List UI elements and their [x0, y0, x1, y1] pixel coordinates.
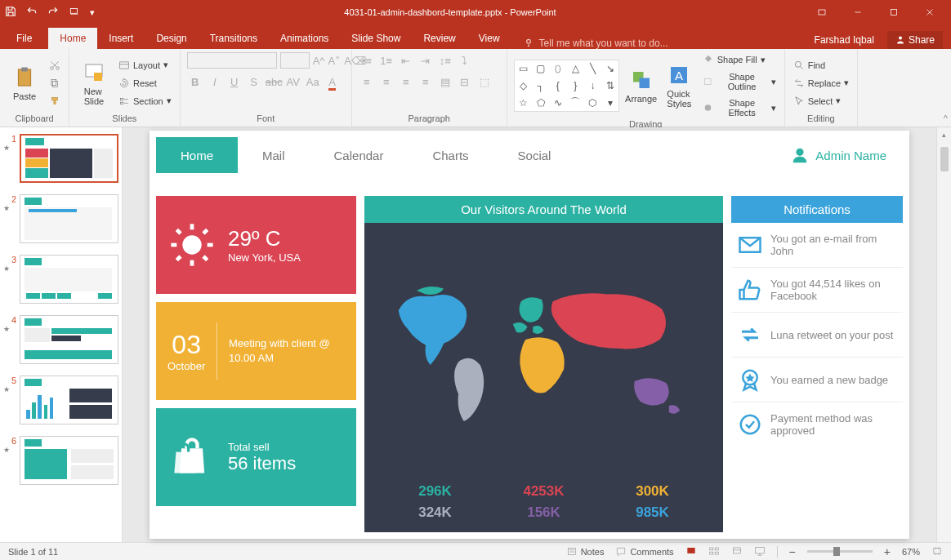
- thumbnail-3[interactable]: 3★: [0, 253, 122, 313]
- save-icon[interactable]: [5, 6, 16, 19]
- badge-icon: [738, 367, 762, 392]
- tab-view[interactable]: View: [467, 28, 511, 49]
- tab-animations[interactable]: Animations: [269, 28, 340, 49]
- decrease-indent-button[interactable]: ⇤: [398, 52, 414, 69]
- check-circle-icon: [738, 412, 762, 437]
- tab-review[interactable]: Review: [412, 28, 467, 49]
- slide-counter[interactable]: Slide 1 of 11: [8, 547, 58, 557]
- close-button[interactable]: [913, 2, 946, 22]
- zoom-level[interactable]: 67%: [902, 547, 920, 557]
- slide-editor[interactable]: Home Mail Calendar Charts Social Admin N…: [123, 127, 936, 542]
- reset-button[interactable]: Reset: [117, 76, 173, 91]
- numbering-button[interactable]: 1≡: [378, 52, 395, 69]
- layout-button[interactable]: Layout ▾: [117, 58, 173, 73]
- smartart-button[interactable]: ⬚: [476, 73, 493, 90]
- shadow-button[interactable]: S: [246, 73, 262, 90]
- character-spacing-button[interactable]: AV: [285, 73, 301, 90]
- increase-font-button[interactable]: A^: [313, 52, 325, 69]
- svg-rect-14: [52, 97, 58, 100]
- tab-home[interactable]: Home: [48, 28, 97, 49]
- svg-rect-3: [891, 10, 897, 16]
- thumbnail-5[interactable]: 5★: [0, 374, 122, 434]
- font-color-button[interactable]: A: [324, 73, 341, 90]
- redo-icon[interactable]: [47, 6, 59, 19]
- zoom-in-button[interactable]: +: [884, 545, 891, 558]
- tell-me-input[interactable]: Tell me what you want to do...: [523, 38, 668, 49]
- slide-sorter-button[interactable]: [708, 545, 720, 558]
- thumbnail-1[interactable]: 1★: [0, 132, 122, 193]
- svg-point-6: [526, 39, 530, 43]
- find-button[interactable]: Find: [792, 58, 851, 73]
- tab-file[interactable]: File: [0, 28, 48, 49]
- copy-button[interactable]: [47, 76, 62, 91]
- underline-button[interactable]: U: [226, 73, 243, 90]
- quick-styles-button[interactable]: A Quick Styles: [663, 63, 696, 109]
- bullets-button[interactable]: •≡: [359, 52, 375, 69]
- paste-button[interactable]: Paste: [7, 65, 42, 101]
- dash-tab-home[interactable]: Home: [156, 137, 238, 173]
- strikethrough-button[interactable]: abc: [266, 73, 282, 90]
- italic-button[interactable]: I: [207, 73, 223, 90]
- dash-tab-mail[interactable]: Mail: [238, 137, 310, 173]
- visitors-panel: Our Visitors Around The World: [364, 196, 723, 532]
- change-case-button[interactable]: Aa: [305, 73, 321, 90]
- font-size-select[interactable]: [280, 52, 310, 69]
- undo-icon[interactable]: [26, 6, 38, 19]
- tab-design[interactable]: Design: [145, 28, 198, 49]
- shape-effects-button[interactable]: Shape Effects ▾: [701, 96, 778, 119]
- dash-tab-calendar[interactable]: Calendar: [310, 137, 409, 173]
- justify-button[interactable]: ≡: [417, 73, 434, 90]
- align-center-button[interactable]: ≡: [378, 73, 395, 90]
- start-from-beginning-icon[interactable]: [69, 6, 80, 19]
- vertical-scrollbar[interactable]: ▴: [936, 127, 951, 542]
- align-text-button[interactable]: ⊟: [457, 73, 473, 90]
- zoom-slider[interactable]: [807, 550, 873, 553]
- shape-fill-button[interactable]: Shape Fill ▾: [701, 52, 778, 67]
- minimize-button[interactable]: [842, 2, 874, 22]
- align-right-button[interactable]: ≡: [398, 73, 414, 90]
- thumbnail-4[interactable]: 4★: [0, 313, 122, 374]
- line-spacing-button[interactable]: ↕≡: [437, 52, 453, 69]
- section-button[interactable]: Section ▾: [117, 94, 173, 109]
- comments-button[interactable]: Comments: [615, 546, 673, 558]
- format-painter-button[interactable]: [47, 94, 62, 109]
- collapse-ribbon-icon[interactable]: ^: [944, 113, 948, 123]
- share-button[interactable]: Share: [887, 31, 943, 49]
- text-direction-button[interactable]: ⤵: [457, 52, 473, 69]
- slide-canvas[interactable]: Home Mail Calendar Charts Social Admin N…: [150, 131, 909, 539]
- tab-insert[interactable]: Insert: [97, 28, 145, 49]
- increase-indent-button[interactable]: ⇥: [417, 52, 434, 69]
- thumbnail-6[interactable]: 6★: [0, 434, 122, 495]
- share-label: Share: [909, 34, 935, 46]
- slideshow-view-button[interactable]: [754, 545, 766, 558]
- bold-button[interactable]: B: [187, 73, 203, 90]
- svg-point-29: [795, 61, 801, 67]
- ribbon-display-icon[interactable]: [806, 2, 838, 22]
- select-button[interactable]: Select ▾: [792, 94, 851, 109]
- new-slide-button[interactable]: New Slide: [76, 60, 112, 106]
- shapes-gallery[interactable]: ▭▢⬯△╲↘ ◇┐{}↓⇅ ☆⬠∿⌒⬡▾: [514, 60, 620, 112]
- reading-view-button[interactable]: [731, 545, 743, 558]
- maximize-button[interactable]: [877, 2, 910, 22]
- dash-tab-social[interactable]: Social: [493, 137, 576, 173]
- dash-tab-charts[interactable]: Charts: [408, 137, 493, 173]
- user-name[interactable]: Farshad Iqbal: [815, 34, 874, 46]
- arrange-button[interactable]: Arrange: [624, 68, 658, 104]
- notes-button[interactable]: Notes: [566, 546, 605, 558]
- sales-card: Total sell 56 items: [156, 408, 356, 506]
- cut-button[interactable]: [47, 58, 62, 73]
- tab-slideshow[interactable]: Slide Show: [340, 28, 412, 49]
- fit-to-window-button[interactable]: [931, 545, 943, 558]
- replace-button[interactable]: Replace ▾: [792, 76, 851, 91]
- align-left-button[interactable]: ≡: [359, 73, 375, 90]
- stat-4: 156K: [498, 504, 590, 521]
- zoom-out-button[interactable]: −: [789, 545, 796, 558]
- admin-name[interactable]: Admin Name: [791, 146, 903, 164]
- normal-view-button[interactable]: [685, 545, 697, 558]
- shape-outline-button[interactable]: Shape Outline ▾: [701, 70, 778, 93]
- decrease-font-button[interactable]: A˅: [328, 52, 341, 69]
- font-family-select[interactable]: [187, 52, 277, 69]
- thumbnail-2[interactable]: 2★: [0, 193, 122, 253]
- tab-transitions[interactable]: Transitions: [199, 28, 269, 49]
- columns-button[interactable]: ▤: [437, 73, 453, 90]
